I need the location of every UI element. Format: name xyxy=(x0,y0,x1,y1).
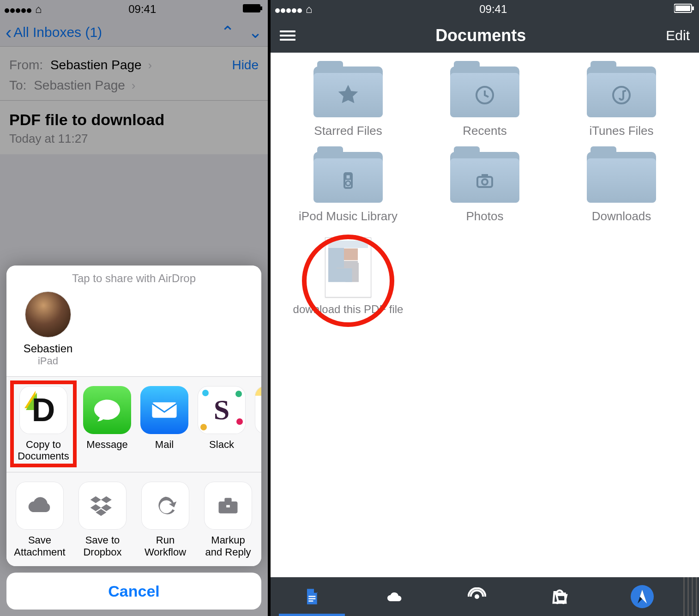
folder-ipod-music[interactable]: iPod Music Library xyxy=(290,152,406,223)
svg-rect-7 xyxy=(675,6,690,11)
status-time: 09:41 xyxy=(479,3,507,16)
compass-icon xyxy=(631,585,654,608)
battery-icon xyxy=(674,3,694,16)
briefcase-icon xyxy=(204,482,252,530)
share-sheet: Tap to share with AirDrop Sebastien iPad… xyxy=(6,266,261,610)
folder-recents[interactable]: Recents xyxy=(427,66,542,138)
tabbar-edge xyxy=(683,577,699,616)
airdrop-section: Tap to share with AirDrop Sebastien iPad xyxy=(6,266,261,376)
mail-app-icon xyxy=(140,386,188,434)
folder-icon xyxy=(313,66,383,117)
tab-documents[interactable] xyxy=(271,577,353,616)
dropbox-icon xyxy=(78,482,127,530)
signal-dots-icon: ⌂ xyxy=(275,3,313,16)
share-actions-row: Save Attachment Save to Dropbox Run Work… xyxy=(6,472,261,566)
tab-browser[interactable] xyxy=(601,577,683,616)
notes-app-icon xyxy=(255,386,261,434)
page-title: Documents xyxy=(435,26,526,45)
share-app-message[interactable]: Message xyxy=(83,386,131,464)
pdf-thumbnail-icon xyxy=(325,237,371,297)
folder-icon xyxy=(587,66,656,117)
menu-button[interactable] xyxy=(280,28,295,43)
svg-point-13 xyxy=(346,181,350,186)
svg-rect-8 xyxy=(692,6,694,10)
phone-documents: ⌂ 09:41 Documents Edit Starred Files Rec… xyxy=(271,0,699,616)
svg-rect-5 xyxy=(226,505,230,507)
svg-point-10 xyxy=(613,87,630,103)
airdrop-contact-name: Sebastien xyxy=(24,342,73,355)
action-markup-and-reply[interactable]: Markup and Reply xyxy=(201,482,255,558)
svg-point-20 xyxy=(475,594,479,599)
tab-cloud[interactable] xyxy=(353,577,436,616)
airdrop-contact-device: iPad xyxy=(38,355,58,367)
svg-rect-18 xyxy=(309,598,316,599)
airdrop-contact[interactable]: Sebastien iPad xyxy=(11,291,85,367)
svg-rect-16 xyxy=(482,175,488,177)
folder-icon xyxy=(313,152,383,203)
folder-photos[interactable]: Photos xyxy=(427,152,542,223)
action-save-to-dropbox[interactable]: Save to Dropbox xyxy=(76,482,129,558)
action-run-workflow[interactable]: Run Workflow xyxy=(139,482,192,558)
annotation-highlight: D Copy to Documents xyxy=(10,380,77,468)
share-app-slack[interactable]: S Slack xyxy=(198,386,246,464)
share-apps-row: D Copy to Documents Message Mail xyxy=(6,376,261,473)
cloud-icon xyxy=(16,482,64,530)
svg-rect-3 xyxy=(219,501,238,513)
cancel-button[interactable]: Cancel xyxy=(6,573,261,610)
folder-icon xyxy=(450,152,519,203)
share-app-mail[interactable]: Mail xyxy=(140,386,188,464)
avatar xyxy=(25,291,71,338)
folder-downloads[interactable]: Downloads xyxy=(564,152,679,223)
folder-icon xyxy=(450,66,519,117)
status-bar: ⌂ 09:41 xyxy=(271,0,699,18)
documents-grid: Starred Files Recents iTunes Files iPod … xyxy=(271,53,699,577)
file-download-pdf[interactable]: download this PDF file xyxy=(293,237,404,316)
slack-app-icon: S xyxy=(198,386,246,434)
folder-starred-files[interactable]: Starred Files xyxy=(290,66,406,138)
message-app-icon xyxy=(83,386,131,434)
share-app-notes[interactable]: Notes xyxy=(255,386,261,464)
documents-navbar: Documents Edit xyxy=(271,18,699,53)
folder-icon xyxy=(587,152,656,203)
edit-button[interactable]: Edit xyxy=(666,28,690,43)
airdrop-title: Tap to share with AirDrop xyxy=(6,272,261,285)
tab-store[interactable] xyxy=(518,577,601,616)
svg-rect-19 xyxy=(309,600,313,602)
svg-rect-4 xyxy=(224,498,231,502)
folder-itunes-files[interactable]: iTunes Files xyxy=(564,66,679,138)
svg-rect-17 xyxy=(309,596,316,597)
bottom-tabbar xyxy=(271,577,699,616)
share-app-copy-to-documents[interactable]: D Copy to Documents xyxy=(15,386,72,462)
svg-rect-12 xyxy=(346,175,350,179)
action-save-attachment[interactable]: Save Attachment xyxy=(13,482,66,558)
documents-app-icon: D xyxy=(19,386,67,434)
svg-point-15 xyxy=(482,179,488,185)
svg-rect-2 xyxy=(152,402,176,418)
tab-network[interactable] xyxy=(436,577,518,616)
phone-mail: ⌂ 09:41 ‹ All Inboxes (1) ⌃ ⌄ From: Seba… xyxy=(0,0,271,616)
refresh-icon xyxy=(141,482,189,530)
